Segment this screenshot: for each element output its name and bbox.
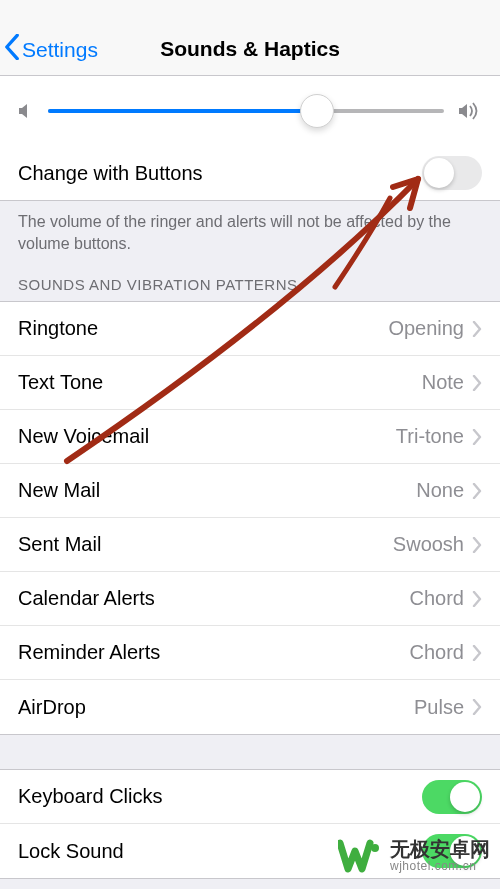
row-label: Sent Mail [18, 533, 393, 556]
sound-row[interactable]: New VoicemailTri-tone [0, 410, 500, 464]
toggle-knob [450, 836, 480, 866]
sound-row[interactable]: AirDropPulse [0, 680, 500, 734]
ringer-volume-section: Change with Buttons [0, 76, 500, 201]
chevron-right-icon [472, 375, 482, 391]
system-sound-row[interactable]: Lock Sound [0, 824, 500, 878]
navigation-bar: Settings Sounds & Haptics [0, 0, 500, 76]
volume-slider[interactable] [48, 109, 444, 113]
system-sounds-group: Keyboard ClicksLock Sound [0, 769, 500, 879]
row-value: Opening [388, 317, 464, 340]
back-label: Settings [22, 38, 98, 62]
row-label: Keyboard Clicks [18, 785, 422, 808]
chevron-right-icon [472, 429, 482, 445]
row-label: New Voicemail [18, 425, 396, 448]
chevron-right-icon [472, 321, 482, 337]
chevron-left-icon [4, 34, 20, 65]
toggle-knob [424, 158, 454, 188]
chevron-right-icon [472, 483, 482, 499]
section-spacer [0, 735, 500, 769]
sound-row[interactable]: Calendar AlertsChord [0, 572, 500, 626]
volume-low-icon [18, 102, 34, 120]
sounds-group: RingtoneOpeningText ToneNoteNew Voicemai… [0, 301, 500, 735]
row-label: Lock Sound [18, 840, 422, 863]
volume-high-icon [458, 101, 482, 121]
sound-row[interactable]: New MailNone [0, 464, 500, 518]
chevron-right-icon [472, 591, 482, 607]
row-label: Change with Buttons [18, 162, 422, 185]
change-with-buttons-toggle[interactable] [422, 156, 482, 190]
row-value: Note [422, 371, 464, 394]
row-value: Chord [410, 587, 464, 610]
row-label: Ringtone [18, 317, 388, 340]
toggle-knob [450, 782, 480, 812]
row-value: Chord [410, 641, 464, 664]
row-label: Reminder Alerts [18, 641, 410, 664]
row-label: Text Tone [18, 371, 422, 394]
row-label: AirDrop [18, 696, 414, 719]
sound-row[interactable]: Text ToneNote [0, 356, 500, 410]
sound-row[interactable]: Sent MailSwoosh [0, 518, 500, 572]
toggle[interactable] [422, 834, 482, 868]
row-label: Calendar Alerts [18, 587, 410, 610]
row-value: Swoosh [393, 533, 464, 556]
system-sound-row[interactable]: Keyboard Clicks [0, 770, 500, 824]
slider-fill [48, 109, 317, 113]
chevron-right-icon [472, 645, 482, 661]
toggle[interactable] [422, 780, 482, 814]
chevron-right-icon [472, 699, 482, 715]
change-with-buttons-row[interactable]: Change with Buttons [0, 146, 500, 200]
row-value: Pulse [414, 696, 464, 719]
sound-row[interactable]: RingtoneOpening [0, 302, 500, 356]
row-value: None [416, 479, 464, 502]
back-button[interactable]: Settings [4, 34, 98, 65]
slider-thumb[interactable] [300, 94, 334, 128]
sound-row[interactable]: Reminder AlertsChord [0, 626, 500, 680]
sounds-section-header: SOUNDS AND VIBRATION PATTERNS [0, 276, 500, 301]
section-footer-note: The volume of the ringer and alerts will… [0, 201, 500, 276]
row-label: New Mail [18, 479, 416, 502]
chevron-right-icon [472, 537, 482, 553]
row-value: Tri-tone [396, 425, 464, 448]
